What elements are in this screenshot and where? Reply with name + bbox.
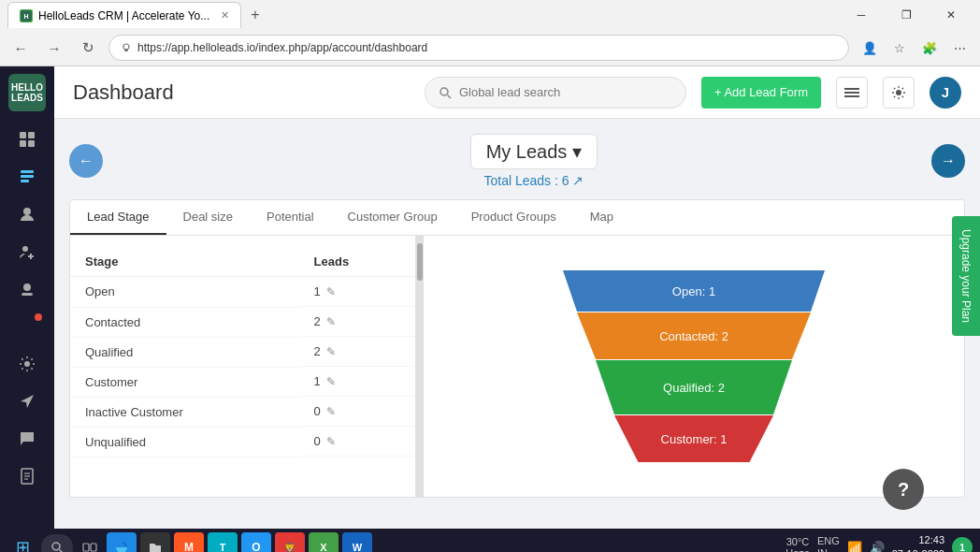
lang-indicator: ENG IN (817, 535, 840, 552)
col-leads: Leads (299, 247, 415, 277)
extensions-btn[interactable]: 🧩 (916, 35, 943, 61)
task-view-icon (81, 539, 98, 552)
leads-forward-btn[interactable]: → (931, 144, 965, 178)
leads-center: My Leads ▾ Total Leads : 6 ↗ (103, 134, 965, 188)
sidebar-item-filter[interactable] (8, 310, 46, 343)
taskbar-app-meet[interactable]: M (174, 532, 204, 552)
table-row: Open 1 ✎ (70, 277, 415, 308)
sidebar-item-chat[interactable] (8, 422, 46, 456)
tab-product-groups[interactable]: Product Groups (454, 200, 573, 235)
taskbar-app-edge[interactable] (107, 532, 137, 552)
tab-potential[interactable]: Potential (250, 200, 331, 235)
svg-rect-3 (124, 49, 128, 51)
taskbar-app-word[interactable]: W (342, 532, 372, 552)
browser-tab[interactable]: H HelloLeads CRM | Accelerate Yo... ✕ (7, 2, 241, 28)
taskbar-app-file[interactable] (140, 532, 170, 552)
edit-icon[interactable]: ✎ (326, 315, 336, 328)
sidebar-item-user[interactable] (8, 272, 46, 306)
svg-point-11 (23, 208, 31, 215)
taskbar-app-excel[interactable]: X (309, 532, 339, 552)
funnel-layer-label-0: Open: 1 (672, 284, 715, 298)
add-lead-form-btn[interactable]: + Add Lead Form (701, 77, 821, 109)
sidebar-item-send[interactable] (8, 385, 46, 418)
dashboard-body: ← My Leads ▾ Total Leads : 6 ↗ → (54, 119, 980, 529)
table-row: Inactive Customer 0 ✎ (70, 397, 415, 427)
svg-line-23 (447, 94, 451, 98)
stage-name: Unqualified (70, 427, 299, 457)
back-btn[interactable]: ← (7, 35, 34, 61)
settings-icon (891, 85, 906, 100)
svg-point-22 (440, 88, 448, 95)
funnel-layer-label-2: Qualified: 2 (663, 381, 725, 395)
settings-btn[interactable] (883, 77, 915, 109)
user-avatar[interactable]: J (930, 77, 961, 109)
tab-lead-stage[interactable]: Lead Stage (70, 200, 166, 235)
svg-rect-8 (21, 170, 34, 173)
scroll-bar[interactable] (416, 236, 424, 497)
tab-map[interactable]: Map (573, 200, 630, 235)
taskbar-app-teams[interactable]: T (208, 532, 238, 552)
window-controls: ─ ❐ ✕ (840, 0, 973, 30)
svg-rect-6 (20, 140, 26, 147)
edit-icon[interactable]: ✎ (326, 405, 336, 418)
minimize-btn[interactable]: ─ (840, 0, 883, 30)
taskbar-search[interactable] (41, 534, 73, 552)
stage-leads: 1 ✎ (299, 367, 415, 397)
maximize-btn[interactable]: ❐ (885, 0, 928, 30)
stage-name: Contacted (70, 307, 299, 337)
tab-customer-group[interactable]: Customer Group (331, 200, 454, 235)
address-bar[interactable]: https://app.helloleads.io/index.php/app/… (108, 35, 849, 61)
svg-rect-4 (20, 132, 26, 138)
search-icon (439, 86, 452, 99)
close-btn[interactable]: ✕ (930, 0, 973, 30)
sidebar-item-contacts[interactable] (8, 197, 46, 231)
edit-icon[interactable]: ✎ (326, 375, 336, 388)
menu-btn[interactable] (836, 77, 868, 109)
tab-title: HelloLeads CRM | Accelerate Yo... (38, 9, 209, 22)
tab-close-btn[interactable]: ✕ (221, 9, 229, 22)
sidebar: HELLOLEADS (0, 66, 54, 529)
outlook-label: O (252, 541, 260, 552)
new-tab-btn[interactable]: + (247, 7, 263, 23)
scroll-thumb (417, 243, 423, 281)
sidebar-item-dashboard[interactable] (8, 123, 46, 156)
global-search-bar[interactable] (425, 77, 686, 109)
settings-dots-btn[interactable]: ⋯ (946, 35, 973, 61)
leads-dropdown[interactable]: My Leads ▾ (470, 134, 598, 169)
leads-section: ← My Leads ▾ Total Leads : 6 ↗ → (69, 134, 965, 188)
refresh-btn[interactable]: ↻ (75, 35, 101, 61)
funnel-layer-3: Customer: 1 (614, 415, 773, 462)
sidebar-item-settings[interactable] (8, 347, 46, 381)
stage-name: Qualified (70, 337, 299, 367)
tab-deal-size[interactable]: Deal size (166, 200, 250, 235)
edit-icon[interactable]: ✎ (326, 435, 336, 448)
start-btn[interactable]: ⊞ (7, 532, 37, 552)
taskbar-app-brave[interactable]: 🦁 (275, 532, 305, 552)
stage-leads: 0 ✎ (299, 427, 415, 457)
stage-leads: 1 ✎ (299, 277, 415, 307)
word-label: W (353, 542, 362, 552)
sidebar-item-add-contact[interactable] (8, 235, 46, 269)
stage-leads: 2 ✎ (299, 307, 415, 337)
forward-btn[interactable]: → (41, 35, 67, 61)
chevron-down-icon: ▾ (572, 140, 582, 163)
funnel-layer-label-3: Customer: 1 (661, 432, 728, 446)
leads-back-btn[interactable]: ← (69, 144, 103, 178)
profile-btn[interactable]: 👤 (857, 35, 883, 61)
sidebar-item-leads[interactable] (8, 160, 46, 194)
stage-leads: 0 ✎ (299, 397, 415, 427)
total-leads-count-link[interactable]: 6 ↗ (562, 173, 584, 188)
edit-icon[interactable]: ✎ (326, 345, 336, 358)
table-row: Qualified 2 ✎ (70, 337, 415, 367)
upgrade-banner[interactable]: Upgrade your Plan (952, 216, 980, 336)
weather-temp: 30°C (785, 536, 810, 547)
notification-indicator[interactable]: 1 (952, 537, 973, 552)
volume-icon: 🔊 (870, 541, 885, 553)
help-btn[interactable]: ? (883, 469, 924, 510)
sidebar-item-docs[interactable] (8, 459, 46, 493)
search-input[interactable] (459, 85, 665, 99)
taskbar-app-outlook[interactable]: O (241, 532, 271, 552)
edit-icon[interactable]: ✎ (326, 285, 336, 298)
favorites-btn[interactable]: ☆ (886, 35, 913, 61)
task-view-btn[interactable] (77, 534, 103, 552)
